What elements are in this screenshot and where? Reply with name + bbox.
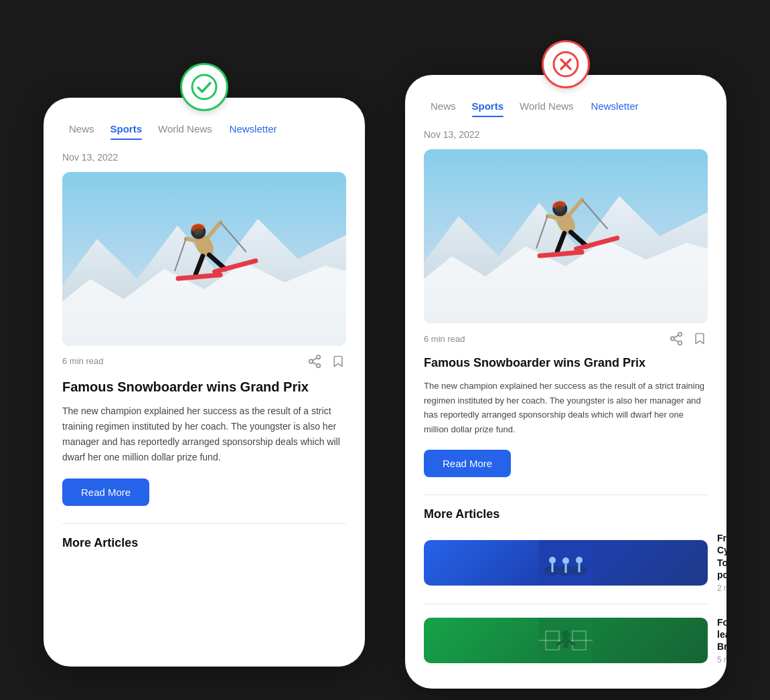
left-phone: News Sports World News Newsletter Nov 13…: [44, 98, 365, 667]
left-article-meta: 6 min read: [62, 354, 346, 369]
right-article-card-1: French Cycling Tour is postponed 2 min r…: [424, 532, 708, 593]
right-phone: News Sports World News Newsletter Nov 13…: [405, 75, 726, 689]
left-more-articles-title: More Articles: [62, 536, 346, 550]
left-tab-newsletter[interactable]: Newsletter: [223, 118, 284, 140]
cycling-thumbnail: [424, 540, 708, 586]
right-article-title: Famous Snowboarder wins Grand Prix: [424, 355, 708, 371]
svg-line-42: [674, 339, 678, 342]
svg-line-20: [313, 358, 317, 361]
right-nav-tabs: News Sports World News Newsletter: [424, 95, 708, 117]
cross-icon: [542, 40, 590, 88]
right-article-meta: 6 min read: [424, 331, 708, 346]
left-phone-wrapper: News Sports World News Newsletter Nov 13…: [44, 63, 365, 667]
svg-point-49: [562, 557, 569, 564]
svg-point-0: [192, 75, 216, 99]
left-tab-sports[interactable]: Sports: [104, 118, 149, 140]
share-icon[interactable]: [307, 354, 322, 369]
left-nav-tabs: News Sports World News Newsletter: [62, 118, 346, 140]
svg-point-46: [549, 557, 556, 563]
left-read-time: 6 min read: [62, 356, 103, 366]
football-card-info: Footballer leaves British FC 5 min read: [717, 616, 726, 665]
right-more-articles-title: More Articles: [424, 507, 708, 521]
right-divider: [424, 495, 708, 495]
football-card-title: Footballer leaves British FC: [717, 616, 726, 653]
left-tab-news[interactable]: News: [62, 118, 101, 140]
right-article-body: The new champion explained her success a…: [424, 379, 708, 436]
right-article-card-2: Footballer leaves British FC 5 min read: [424, 616, 708, 665]
bookmark-icon[interactable]: [331, 354, 346, 369]
skier-image: [62, 172, 346, 346]
svg-point-58: [562, 630, 570, 638]
left-phone-content: News Sports World News Newsletter Nov 13…: [44, 118, 365, 653]
football-card-meta: 5 min read: [717, 655, 726, 665]
left-date: Nov 13, 2022: [62, 152, 346, 163]
right-divider-2: [424, 604, 708, 604]
right-tab-news[interactable]: News: [424, 95, 463, 117]
left-divider: [62, 523, 346, 524]
right-skier-image: [424, 149, 708, 323]
right-tab-worldnews[interactable]: World News: [513, 95, 581, 117]
cycling-card-title: French Cycling Tour is postponed: [717, 532, 726, 581]
left-article-title: Famous Snowboarder wins Grand Prix: [62, 378, 346, 396]
cycling-card-info: French Cycling Tour is postponed 2 min r…: [717, 532, 726, 593]
right-phone-wrapper: News Sports World News Newsletter Nov 13…: [405, 40, 726, 689]
right-read-time: 6 min read: [424, 334, 465, 344]
football-thumbnail: [424, 618, 708, 663]
left-tab-worldnews[interactable]: World News: [151, 118, 219, 140]
right-article-image: [424, 149, 708, 323]
right-read-more-button[interactable]: Read More: [424, 450, 511, 477]
right-bookmark-icon[interactable]: [693, 331, 708, 346]
left-article-body: The new champion explained her success a…: [62, 404, 346, 465]
svg-line-19: [313, 362, 317, 365]
check-icon: [180, 63, 228, 111]
left-read-more-button[interactable]: Read More: [62, 478, 149, 506]
svg-point-52: [576, 557, 583, 563]
right-phone-content: News Sports World News Newsletter Nov 13…: [405, 95, 726, 675]
right-share-icon[interactable]: [669, 331, 684, 346]
cycling-card-meta: 2 min read: [717, 584, 726, 593]
left-article-actions: [307, 354, 346, 369]
right-tab-sports[interactable]: Sports: [465, 95, 511, 117]
left-article-image: [62, 172, 346, 346]
right-tab-newsletter[interactable]: Newsletter: [585, 95, 645, 117]
right-article-actions: [669, 331, 708, 346]
right-date: Nov 13, 2022: [424, 129, 708, 140]
svg-line-43: [674, 335, 678, 338]
